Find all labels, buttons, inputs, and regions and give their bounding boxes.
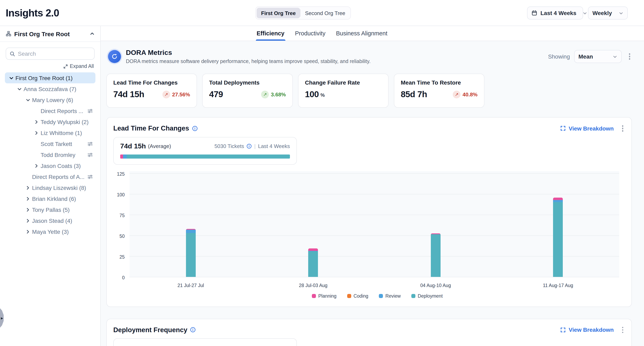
info-icon[interactable] bbox=[192, 126, 198, 131]
search-input[interactable] bbox=[18, 50, 90, 57]
metric-card-unit: % bbox=[320, 92, 325, 99]
active-tab-underline bbox=[256, 40, 285, 41]
org-tree-tab-second[interactable]: Second Org Tree bbox=[301, 8, 350, 18]
stacked-bar bbox=[431, 234, 440, 277]
view-breakdown-label: View Breakdown bbox=[569, 327, 614, 333]
tree-row-label: Jason Coats (3) bbox=[40, 162, 81, 169]
info-icon[interactable] bbox=[246, 143, 252, 149]
x-axis-label: 21 Jul-27 Jul bbox=[130, 283, 252, 288]
bar-segment-deployment bbox=[553, 202, 563, 277]
metric-card-value: 74d 15h bbox=[113, 89, 144, 99]
tree-row[interactable]: Teddy Wylupski (2) bbox=[5, 116, 96, 127]
aggregation-select[interactable]: Mean bbox=[574, 50, 622, 63]
insights-app: Insights 2.0 First Org Tree Second Org T… bbox=[0, 0, 644, 346]
tree-row-label: Tony Pallas (5) bbox=[32, 206, 70, 213]
metric-card-value-row: 479↗3.68% bbox=[209, 89, 286, 99]
tree-row[interactable]: Direct Reports of A... bbox=[5, 171, 96, 182]
chevron-right-icon[interactable] bbox=[26, 207, 32, 212]
x-axis-labels: 21 Jul-27 Jul28 Jul-03 Aug04 Aug-10 Aug1… bbox=[130, 283, 619, 288]
tab-productivity[interactable]: Productivity bbox=[295, 26, 326, 41]
y-axis-label: 50 bbox=[120, 234, 125, 238]
legend-label: Coding bbox=[354, 293, 368, 298]
bar-segment-deployment bbox=[431, 234, 440, 277]
chevron-right-icon[interactable] bbox=[26, 218, 32, 223]
filter-icon[interactable] bbox=[87, 174, 93, 180]
app-title: Insights 2.0 bbox=[6, 7, 59, 19]
tree-row-label: Scott Tarkett bbox=[40, 140, 72, 147]
tree-row[interactable]: Jason Stead (4) bbox=[5, 215, 96, 226]
tree-row[interactable]: First Org Tree Root (1) bbox=[5, 72, 96, 83]
view-breakdown-button[interactable]: View Breakdown bbox=[560, 125, 614, 132]
y-axis-label: 0 bbox=[122, 275, 125, 280]
tab-efficiency[interactable]: Efficiency bbox=[257, 26, 284, 41]
filter-icon[interactable] bbox=[87, 152, 93, 157]
stacked-bar bbox=[186, 229, 196, 277]
dora-subtitle: DORA metrics measure software delivery p… bbox=[126, 59, 370, 64]
chevron-right-icon[interactable] bbox=[26, 185, 32, 190]
metric-card-value-row: 85d 7h↗40.8% bbox=[401, 89, 478, 99]
chevron-down-icon[interactable] bbox=[26, 97, 32, 102]
summary-value: 74d 15h bbox=[120, 142, 146, 150]
expand-all-icon bbox=[63, 64, 68, 69]
x-axis-label: 28 Jul-03 Aug bbox=[252, 283, 374, 288]
tree-row[interactable]: Brian Kirkland (6) bbox=[5, 193, 96, 204]
lead-time-kebab-menu[interactable] bbox=[620, 124, 625, 133]
trend-arrow-icon: ↗ bbox=[162, 90, 170, 98]
trend-delta: 27.56% bbox=[172, 91, 190, 97]
sidebar-collapse-button[interactable] bbox=[90, 31, 94, 36]
chevron-right-icon[interactable] bbox=[26, 196, 32, 201]
chevron-down-icon[interactable] bbox=[17, 86, 24, 91]
expand-corners-icon bbox=[560, 126, 566, 131]
top-bar-controls: Last 4 Weeks Weekly bbox=[527, 7, 628, 20]
aggregation-value: Mean bbox=[578, 53, 593, 60]
top-bar: Insights 2.0 First Org Tree Second Org T… bbox=[0, 0, 644, 26]
tree-row[interactable]: Jason Coats (3) bbox=[5, 160, 96, 171]
tree-row[interactable]: Anna Scozzafava (7) bbox=[5, 83, 96, 94]
tree-row[interactable]: Tony Pallas (5) bbox=[5, 204, 96, 215]
metric-card-value-row: 100% bbox=[305, 89, 382, 99]
tree-row[interactable]: Lindsay Liszewski (8) bbox=[5, 182, 96, 193]
tree-row[interactable]: Mary Lowery (6) bbox=[5, 94, 96, 105]
bar-segment-deployment bbox=[186, 233, 196, 277]
tree-row[interactable]: Scott Tarkett bbox=[5, 138, 96, 149]
chevron-right-icon[interactable] bbox=[26, 229, 32, 234]
y-axis-label: 25 bbox=[120, 254, 125, 259]
expand-all-button[interactable]: Expand All bbox=[0, 63, 94, 69]
legend-swatch bbox=[347, 294, 351, 298]
deployment-frequency-summary-card bbox=[113, 338, 297, 346]
tab-business-alignment[interactable]: Business Alignment bbox=[336, 26, 387, 41]
deployment-frequency-kebab-menu[interactable] bbox=[620, 325, 625, 335]
lead-time-summary-card: 74d 15h (Average) 5030 Tickets bbox=[113, 137, 297, 164]
org-tree: First Org Tree Root (1)Anna Scozzafava (… bbox=[0, 72, 100, 237]
tree-row[interactable]: Maya Yette (3) bbox=[5, 226, 96, 237]
view-breakdown-button[interactable]: View Breakdown bbox=[560, 327, 614, 333]
org-chart-icon bbox=[6, 31, 11, 37]
chevron-right-icon[interactable] bbox=[34, 163, 40, 168]
search-icon bbox=[10, 51, 15, 56]
phase-segment-review bbox=[123, 154, 126, 158]
tree-row[interactable]: Direct Reports ... bbox=[5, 105, 96, 116]
info-icon[interactable] bbox=[190, 327, 196, 333]
metric-card: Total Deployments479↗3.68% bbox=[202, 74, 293, 108]
metric-card-title: Total Deployments bbox=[209, 79, 286, 86]
granularity-value: Weekly bbox=[592, 10, 612, 16]
date-range-select[interactable]: Last 4 Weeks bbox=[527, 7, 583, 20]
deployment-frequency-title: Deployment Frequency bbox=[113, 326, 188, 334]
chevron-right-icon[interactable] bbox=[34, 130, 40, 135]
filter-icon[interactable] bbox=[87, 108, 93, 114]
chevron-right-icon[interactable] bbox=[34, 119, 40, 124]
granularity-select[interactable]: Weekly bbox=[588, 7, 628, 20]
chevron-down-icon[interactable] bbox=[9, 75, 16, 80]
tree-row-label: Todd Bromley bbox=[40, 151, 75, 158]
y-axis-label: 75 bbox=[120, 213, 125, 218]
summary-qualifier: (Average) bbox=[148, 143, 171, 149]
tree-row[interactable]: Liz Whittome (1) bbox=[5, 127, 96, 138]
chart-plot-area: 0255075100125 bbox=[130, 171, 619, 277]
filter-icon[interactable] bbox=[87, 141, 93, 146]
metric-card-value: 100 bbox=[305, 89, 319, 99]
tree-row[interactable]: Todd Bromley bbox=[5, 149, 96, 160]
bar-segment-planning bbox=[308, 248, 318, 251]
org-tree-tab-first[interactable]: First Org Tree bbox=[257, 8, 300, 18]
dora-kebab-menu[interactable] bbox=[627, 52, 632, 61]
legend-item: Planning bbox=[312, 293, 336, 298]
